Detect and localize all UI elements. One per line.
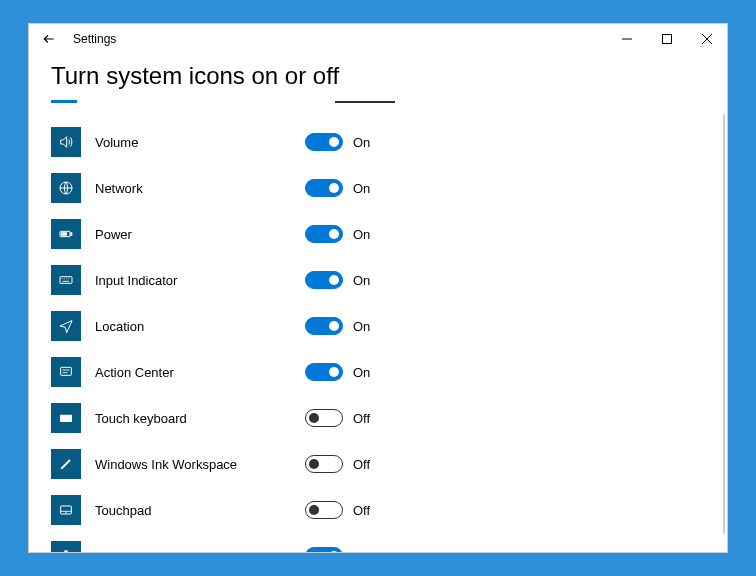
- setting-row-microphone: MicrophoneOn: [51, 533, 705, 552]
- toggle-wrap-touchpad: Off: [305, 501, 370, 519]
- touchkb-icon: [58, 410, 74, 426]
- volume-icon: [58, 134, 74, 150]
- touchkb-icon-box: [51, 403, 81, 433]
- toggle-state-ink: Off: [353, 457, 370, 472]
- setting-label-touchkb: Touch keyboard: [95, 411, 305, 426]
- setting-label-power: Power: [95, 227, 305, 242]
- setting-label-actioncenter: Action Center: [95, 365, 305, 380]
- titlebar: Settings: [29, 24, 727, 54]
- pen-icon: [58, 456, 74, 472]
- toggle-volume[interactable]: [305, 133, 343, 151]
- setting-label-volume: Volume: [95, 135, 305, 150]
- setting-row-actioncenter: Action CenterOn: [51, 349, 705, 395]
- globe-icon: [58, 180, 74, 196]
- close-button[interactable]: [687, 24, 727, 54]
- toggle-state-actioncenter: On: [353, 365, 370, 380]
- setting-row-network: NetworkOn: [51, 165, 705, 211]
- volume-icon-box: [51, 127, 81, 157]
- setting-label-microphone: Microphone: [95, 549, 305, 553]
- keyboard-icon-box: [51, 265, 81, 295]
- nav-icon: [58, 318, 74, 334]
- mic-icon: [58, 548, 74, 552]
- scrollbar[interactable]: [723, 114, 725, 534]
- toggle-state-touchpad: Off: [353, 503, 370, 518]
- setting-row-power: PowerOn: [51, 211, 705, 257]
- toggle-actioncenter[interactable]: [305, 363, 343, 381]
- maximize-button[interactable]: [647, 24, 687, 54]
- setting-label-touchpad: Touchpad: [95, 503, 305, 518]
- setting-row-touchpad: TouchpadOff: [51, 487, 705, 533]
- touchpad-icon-box: [51, 495, 81, 525]
- pen-icon-box: [51, 449, 81, 479]
- content-area: Turn system icons on or off VolumeOnNetw…: [29, 54, 727, 552]
- globe-icon-box: [51, 173, 81, 203]
- setting-label-ink: Windows Ink Workspace: [95, 457, 305, 472]
- svg-rect-0: [663, 35, 672, 44]
- minimize-icon: [622, 34, 632, 44]
- window-title: Settings: [73, 32, 116, 46]
- toggle-state-location: On: [353, 319, 370, 334]
- toggle-network[interactable]: [305, 179, 343, 197]
- window-controls: [607, 24, 727, 54]
- accent-bar: [51, 100, 705, 103]
- toggle-location[interactable]: [305, 317, 343, 335]
- message-icon-box: [51, 357, 81, 387]
- toggle-wrap-location: On: [305, 317, 370, 335]
- toggle-state-microphone: On: [353, 549, 370, 553]
- toggle-wrap-microphone: On: [305, 547, 370, 552]
- toggle-wrap-touchkb: Off: [305, 409, 370, 427]
- toggle-state-input: On: [353, 273, 370, 288]
- toggle-wrap-actioncenter: On: [305, 363, 370, 381]
- toggle-wrap-network: On: [305, 179, 370, 197]
- toggle-state-touchkb: Off: [353, 411, 370, 426]
- setting-label-location: Location: [95, 319, 305, 334]
- toggle-touchpad[interactable]: [305, 501, 343, 519]
- toggle-wrap-volume: On: [305, 133, 370, 151]
- setting-row-input: Input IndicatorOn: [51, 257, 705, 303]
- close-icon: [702, 34, 712, 44]
- toggle-state-network: On: [353, 181, 370, 196]
- items-list: VolumeOnNetworkOnPowerOnInput IndicatorO…: [51, 119, 705, 552]
- toggle-touchkb[interactable]: [305, 409, 343, 427]
- battery-icon: [58, 226, 74, 242]
- toggle-wrap-power: On: [305, 225, 370, 243]
- setting-label-input: Input Indicator: [95, 273, 305, 288]
- setting-label-network: Network: [95, 181, 305, 196]
- message-icon: [58, 364, 74, 380]
- mic-icon-box: [51, 541, 81, 552]
- back-button[interactable]: [37, 27, 61, 51]
- keyboard-icon: [58, 272, 74, 288]
- toggle-power[interactable]: [305, 225, 343, 243]
- setting-row-ink: Windows Ink WorkspaceOff: [51, 441, 705, 487]
- toggle-wrap-input: On: [305, 271, 370, 289]
- toggle-microphone[interactable]: [305, 547, 343, 552]
- back-arrow-icon: [42, 32, 56, 46]
- toggle-wrap-ink: Off: [305, 455, 370, 473]
- toggle-input[interactable]: [305, 271, 343, 289]
- setting-row-location: LocationOn: [51, 303, 705, 349]
- toggle-state-volume: On: [353, 135, 370, 150]
- setting-row-touchkb: Touch keyboardOff: [51, 395, 705, 441]
- page-title: Turn system icons on or off: [51, 62, 705, 90]
- minimize-button[interactable]: [607, 24, 647, 54]
- toggle-state-power: On: [353, 227, 370, 242]
- toggle-ink[interactable]: [305, 455, 343, 473]
- touchpad-icon: [58, 502, 74, 518]
- maximize-icon: [662, 34, 672, 44]
- nav-icon-box: [51, 311, 81, 341]
- battery-icon-box: [51, 219, 81, 249]
- settings-window: Settings Turn system icons on or off Vol…: [28, 23, 728, 553]
- setting-row-volume: VolumeOn: [51, 119, 705, 165]
